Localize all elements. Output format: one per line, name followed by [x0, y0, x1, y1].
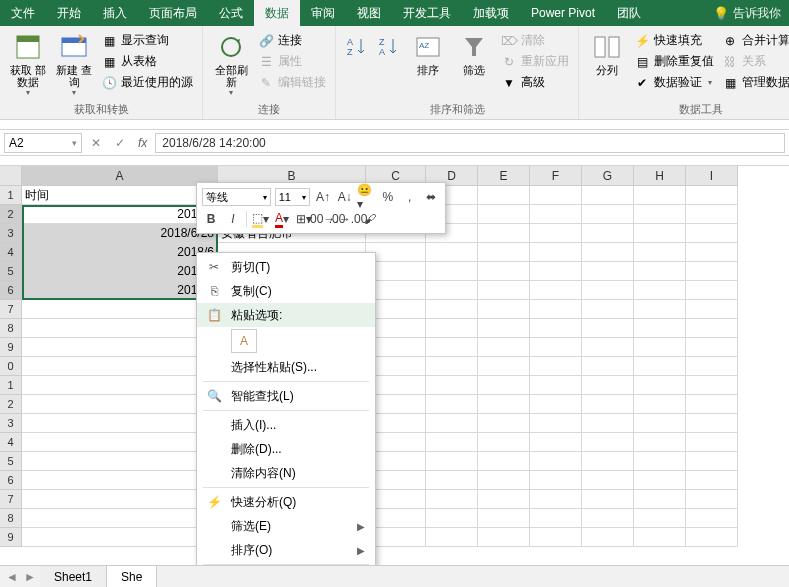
cell[interactable]	[530, 319, 582, 338]
cell[interactable]	[686, 414, 738, 433]
cell[interactable]	[582, 205, 634, 224]
cell[interactable]	[634, 395, 686, 414]
decrease-font-button[interactable]: A↓	[336, 188, 354, 206]
cell[interactable]	[478, 357, 530, 376]
cell[interactable]	[426, 357, 478, 376]
row-header[interactable]: 4	[0, 433, 22, 452]
show-queries-button[interactable]: ▦显示查询	[98, 31, 196, 50]
text-to-columns-button[interactable]: 分列	[585, 29, 629, 78]
cell[interactable]	[478, 281, 530, 300]
cell[interactable]	[22, 395, 218, 414]
cell[interactable]	[426, 509, 478, 528]
cell[interactable]	[478, 205, 530, 224]
accounting-format-button[interactable]: 😐▾	[357, 188, 375, 206]
cell[interactable]	[634, 452, 686, 471]
context-paste-special[interactable]: 选择性粘贴(S)...	[197, 355, 375, 379]
tab-review[interactable]: 审阅	[300, 0, 346, 26]
cell[interactable]	[22, 319, 218, 338]
cell[interactable]: 2018/6	[22, 262, 218, 281]
merge-center-button[interactable]: ⬌	[422, 188, 440, 206]
cell[interactable]	[530, 509, 582, 528]
cell[interactable]	[582, 300, 634, 319]
font-dropdown[interactable]: 等线▾	[202, 188, 271, 206]
row-header[interactable]: 6	[0, 281, 22, 300]
cell[interactable]	[426, 528, 478, 547]
recent-sources-button[interactable]: 🕓最近使用的源	[98, 73, 196, 92]
cell[interactable]	[426, 433, 478, 452]
cell[interactable]	[686, 452, 738, 471]
tab-view[interactable]: 视图	[346, 0, 392, 26]
cell[interactable]	[426, 452, 478, 471]
cell[interactable]	[582, 319, 634, 338]
row-header[interactable]: 8	[0, 319, 22, 338]
row-header[interactable]: 8	[0, 509, 22, 528]
cell[interactable]	[582, 357, 634, 376]
cell[interactable]	[426, 262, 478, 281]
row-header[interactable]: 2	[0, 205, 22, 224]
cell[interactable]	[478, 243, 530, 262]
cell[interactable]	[634, 300, 686, 319]
cell[interactable]	[686, 357, 738, 376]
cell[interactable]	[426, 471, 478, 490]
cell[interactable]: 时间	[22, 186, 218, 205]
tab-team[interactable]: 团队	[606, 0, 652, 26]
row-header[interactable]: 1	[0, 376, 22, 395]
cell[interactable]	[530, 243, 582, 262]
format-painter-button[interactable]: 🖌	[361, 210, 379, 228]
cell[interactable]	[530, 205, 582, 224]
cell[interactable]	[686, 338, 738, 357]
data-validation-button[interactable]: ✔数据验证▾	[631, 73, 717, 92]
cell[interactable]	[582, 376, 634, 395]
connections-button[interactable]: 🔗连接	[255, 31, 329, 50]
cancel-button[interactable]: ✕	[86, 133, 106, 153]
cell[interactable]	[478, 300, 530, 319]
context-quick-analysis[interactable]: ⚡快速分析(Q)	[197, 490, 375, 514]
cell[interactable]	[22, 338, 218, 357]
cell[interactable]	[426, 414, 478, 433]
row-header[interactable]: 0	[0, 357, 22, 376]
context-cut[interactable]: ✂剪切(T)	[197, 255, 375, 279]
manage-data-model-button[interactable]: ▦管理数据模型	[719, 73, 789, 92]
tell-me-search[interactable]: 💡 告诉我你	[705, 5, 789, 22]
cell[interactable]	[478, 186, 530, 205]
cell[interactable]	[582, 338, 634, 357]
row-header[interactable]: 2	[0, 395, 22, 414]
font-color-button[interactable]: A▾	[273, 210, 291, 228]
cell[interactable]	[634, 319, 686, 338]
cell[interactable]	[426, 281, 478, 300]
cell[interactable]	[426, 395, 478, 414]
cell[interactable]	[530, 186, 582, 205]
cell[interactable]	[634, 357, 686, 376]
cell[interactable]	[478, 509, 530, 528]
cell[interactable]	[686, 376, 738, 395]
cell[interactable]	[686, 262, 738, 281]
context-filter[interactable]: 筛选(E)▶	[197, 514, 375, 538]
cell[interactable]	[686, 509, 738, 528]
cell[interactable]	[582, 243, 634, 262]
cell[interactable]	[22, 300, 218, 319]
row-header[interactable]: 6	[0, 471, 22, 490]
row-header[interactable]: 3	[0, 414, 22, 433]
cell[interactable]	[530, 224, 582, 243]
cell[interactable]	[582, 471, 634, 490]
col-header-e[interactable]: E	[478, 166, 530, 186]
row-header[interactable]: 3	[0, 224, 22, 243]
cell[interactable]	[634, 243, 686, 262]
row-header[interactable]: 5	[0, 262, 22, 281]
tab-formulas[interactable]: 公式	[208, 0, 254, 26]
cell[interactable]	[582, 528, 634, 547]
cell[interactable]	[22, 414, 218, 433]
cell[interactable]: 2018/6	[22, 281, 218, 300]
sheet-tab[interactable]: Sheet1	[40, 566, 107, 588]
cell[interactable]	[530, 338, 582, 357]
fill-color-button[interactable]: ⬚▾	[251, 210, 269, 228]
cell[interactable]	[582, 433, 634, 452]
cell[interactable]	[634, 471, 686, 490]
cell[interactable]	[686, 528, 738, 547]
context-insert[interactable]: 插入(I)...	[197, 413, 375, 437]
cell[interactable]	[478, 490, 530, 509]
cell[interactable]	[478, 338, 530, 357]
cell[interactable]	[426, 243, 478, 262]
tab-developer[interactable]: 开发工具	[392, 0, 462, 26]
cell[interactable]	[582, 395, 634, 414]
